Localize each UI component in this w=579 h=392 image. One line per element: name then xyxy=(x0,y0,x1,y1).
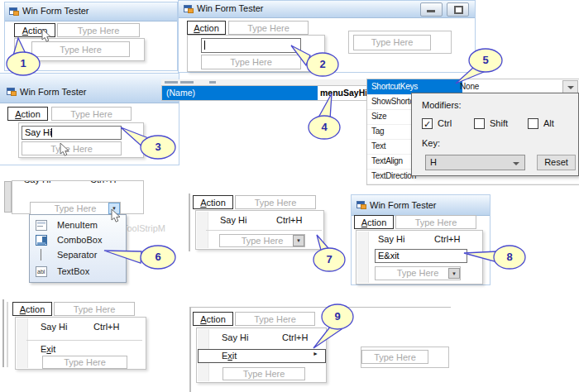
exit-item-selected[interactable]: Exit ► xyxy=(198,349,326,363)
shortcut-text: Ctrl+H xyxy=(276,215,302,225)
window-title: Win Form Tester xyxy=(197,3,263,13)
placeholder-combo[interactable]: Type Here ▼ xyxy=(219,234,305,247)
fragment-9: Action Type Here Say Hi Ctrl+H Exit Type… xyxy=(2,299,150,372)
callout-2: 2 xyxy=(285,43,337,78)
shortcut-editor-popup: Modifiers: ✓ Ctrl Shift Alt Key: H Reset xyxy=(411,93,579,176)
check-icon: ✓ xyxy=(423,119,431,129)
insert-dropdown-button[interactable]: ▼ xyxy=(448,268,460,279)
say-hi-item[interactable]: Say Hi xyxy=(222,332,248,342)
menu-separator xyxy=(26,340,142,341)
maximize-button[interactable] xyxy=(447,2,469,17)
menu-icon-column xyxy=(357,232,369,283)
titlebar[interactable]: Win Form Tester xyxy=(0,74,179,103)
cursor-icon xyxy=(41,29,53,43)
menu-placeholder-top[interactable]: Type Here xyxy=(57,23,140,37)
callout-7: 7 xyxy=(308,233,349,273)
menu-placeholder-top[interactable]: Type Here xyxy=(54,302,135,316)
text-caret xyxy=(51,128,52,137)
menu-item-action[interactable]: Action xyxy=(12,302,52,316)
dropdown-placeholder[interactable]: Type Here xyxy=(223,367,305,380)
reset-button[interactable]: Reset xyxy=(537,155,576,170)
window-edge-fragment xyxy=(4,181,12,213)
toolstrip-watermark: ToolStripM xyxy=(122,223,165,233)
menu-panel-fragment: Say Hi Ctrl+H Type Here ▼ xyxy=(12,180,144,214)
say-hi-item[interactable]: Say Hi xyxy=(41,322,67,332)
placeholder-combo[interactable]: Type Here ▼ xyxy=(375,266,461,280)
new-item-edit-field[interactable]: E&xit xyxy=(375,249,467,263)
titlebar[interactable]: Win Form Tester xyxy=(179,1,475,18)
alt-checkbox[interactable] xyxy=(528,118,538,129)
ctrl-checkbox[interactable]: ✓ xyxy=(422,118,433,129)
menu-placeholder-top[interactable]: Type Here xyxy=(235,312,315,326)
menu-item-action[interactable]: Action xyxy=(7,107,48,121)
ctrl-label: Ctrl xyxy=(438,118,452,128)
menu-item-action[interactable]: Action xyxy=(354,215,394,229)
window-edge-fragment xyxy=(189,194,190,251)
window-title: Win Form Tester xyxy=(22,6,89,16)
shift-checkbox[interactable] xyxy=(474,118,485,129)
callout-1: 1 xyxy=(5,37,43,77)
chevron-down-icon xyxy=(513,162,519,165)
menu-placeholder-top[interactable]: Type Here xyxy=(51,107,132,121)
say-hi-item[interactable]: Say Hi xyxy=(378,234,404,244)
tutorial-canvas: Win Form Tester Action Type Here Type He… xyxy=(0,0,579,392)
window-edge-fragment xyxy=(2,299,4,367)
menu-item-action[interactable]: Action xyxy=(187,21,226,35)
menuitem-icon xyxy=(36,220,47,231)
titlebar[interactable]: Win Form Tester xyxy=(5,2,177,22)
shortcut-text: Ctrl+H xyxy=(90,181,116,184)
property-name-cell[interactable]: (Name) xyxy=(162,86,318,100)
shortcut-text: Ctrl+H xyxy=(434,234,460,244)
say-hi-item: Say Hi xyxy=(24,181,50,184)
chevron-down-icon xyxy=(567,86,574,89)
window-title: Win Form Tester xyxy=(370,200,436,210)
value-dropdown-button[interactable] xyxy=(562,80,578,93)
fragment-mark xyxy=(165,81,178,84)
new-item-edit-field[interactable]: Say Hi xyxy=(22,126,122,140)
action-dropdown: Say Hi Ctrl+H Type Here ▼ xyxy=(195,210,324,250)
clipped-menu-row: Say Hi Ctrl+H xyxy=(19,181,139,187)
minimize-button[interactable] xyxy=(420,2,443,17)
titlebar[interactable]: Win Form Tester xyxy=(352,195,490,216)
app-icon xyxy=(9,7,19,17)
submenu-arrow-icon: ► xyxy=(313,351,318,356)
menu-placeholder-top[interactable]: Type Here xyxy=(235,195,316,209)
dropdown-placeholder[interactable]: Type Here xyxy=(361,350,428,364)
side-placeholder-panel: Type Here xyxy=(361,347,449,368)
shortcut-text: Ctrl+H xyxy=(282,332,308,342)
menu-separator xyxy=(206,230,322,231)
exit-item[interactable]: Exit xyxy=(41,344,55,354)
dropdown-arrow-icon: ▼ xyxy=(452,271,457,276)
textbox-icon: abl xyxy=(36,266,47,277)
menu-placeholder-top[interactable]: Type Here xyxy=(395,215,476,229)
callout-3: 3 xyxy=(118,124,178,160)
shortcut-text: Ctrl+H xyxy=(93,322,119,332)
grid-top-fragment xyxy=(161,79,368,85)
property-row-partial[interactable]: TextImageRelation ImageBeforeText xyxy=(367,184,579,185)
property-name-cell[interactable]: TextImageRelation xyxy=(367,184,462,185)
dropdown-placeholder[interactable]: Type Here xyxy=(353,35,431,50)
dropdown-placeholder[interactable]: Type Here xyxy=(31,41,130,57)
menu-item-action[interactable]: Action xyxy=(193,195,233,209)
insert-dropdown-button[interactable]: ▼ xyxy=(293,235,304,246)
window-title: Win Form Tester xyxy=(20,87,86,97)
key-combobox[interactable]: H xyxy=(425,155,525,170)
placeholder-combo[interactable]: Type Here ▼ xyxy=(30,202,121,215)
menu-item-action[interactable]: Action xyxy=(193,312,233,326)
menu-placeholder-top[interactable]: Type Here xyxy=(228,21,309,35)
cursor-icon xyxy=(60,143,71,157)
dropdown-placeholder[interactable]: Type Here xyxy=(42,356,127,369)
callout-8: 8 xyxy=(460,243,526,271)
modifiers-label: Modifiers: xyxy=(422,100,462,110)
app-icon xyxy=(7,87,17,97)
window-edge-fragment xyxy=(189,307,191,392)
maximize-icon xyxy=(454,6,463,14)
say-hi-item[interactable]: Say Hi xyxy=(220,215,246,225)
callout-5: 5 xyxy=(451,46,504,86)
minimize-icon xyxy=(427,10,435,12)
app-icon xyxy=(184,4,194,14)
window-edge-fragment xyxy=(7,302,8,367)
property-value-cell[interactable]: ImageBeforeText xyxy=(460,184,579,185)
key-label: Key: xyxy=(422,138,440,148)
dropdown-placeholder[interactable]: Type Here xyxy=(22,141,122,155)
